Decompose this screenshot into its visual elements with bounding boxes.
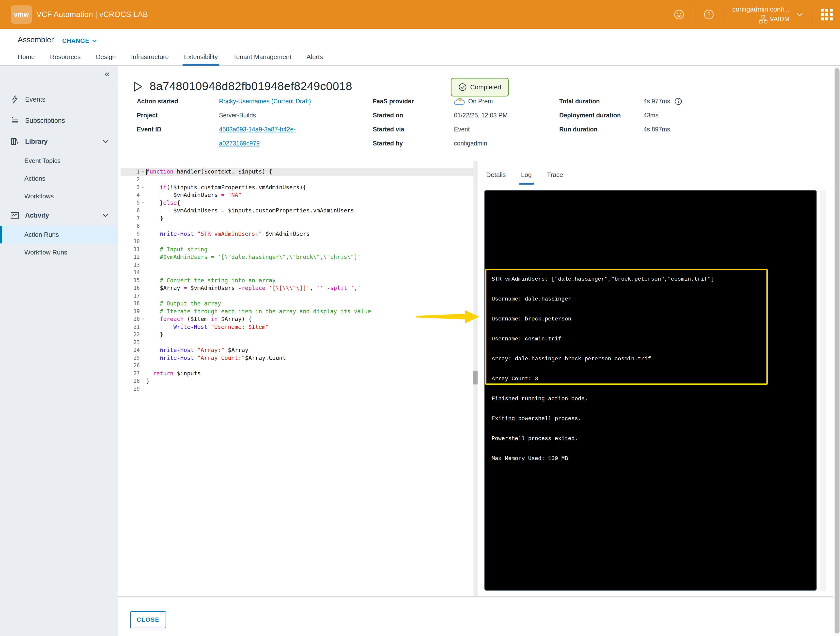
detail-row: a0273169c979 [137, 136, 311, 150]
detail-label: Project [137, 112, 219, 119]
code-line[interactable]: 16 $Array = $vmAdminUsers -replace '[\[\… [120, 284, 474, 292]
detail-value-link[interactable]: 4503a693-14a9-3a87-b42e- [219, 126, 295, 133]
line-number: 8 [120, 223, 140, 229]
code-line[interactable]: 12 #$vmAdminUsers = '[\"dale.hassinger\"… [120, 253, 474, 261]
sidebar-collapse-icon[interactable]: « [104, 69, 110, 79]
nav-tab-alerts[interactable]: Alerts [306, 53, 323, 65]
detail-row: Event ID4503a693-14a9-3a87-b42e- [137, 122, 311, 136]
code-line[interactable]: 8 [120, 222, 474, 230]
header-separator [812, 7, 812, 22]
sidebar-item-subscriptions[interactable]: Subscriptions [0, 110, 118, 131]
code-line[interactable]: 10 [120, 238, 474, 246]
code-text: } [146, 331, 163, 338]
code-line[interactable]: 27 return $inputs [120, 369, 474, 377]
change-app-button[interactable]: CHANGE [62, 37, 97, 44]
code-line[interactable]: 22 } [120, 331, 474, 339]
detail-value: configadmin [454, 140, 487, 147]
chevron-down-icon [92, 39, 97, 43]
splitter-drag-handle[interactable] [474, 371, 478, 384]
code-text: $Array = $vmAdminUsers -replace '[\[\\\"… [146, 285, 361, 291]
fold-arrow-icon[interactable]: ▾ [140, 317, 146, 321]
detail-value-link[interactable]: a0273169c979 [219, 140, 260, 147]
code-editor[interactable]: 1▾function handler($context, $inputs) {2… [120, 163, 474, 596]
nav-tab-design[interactable]: Design [96, 53, 116, 65]
code-line[interactable]: 23 [120, 339, 474, 346]
code-line[interactable]: 1▾function handler($context, $inputs) { [120, 168, 474, 176]
sidebar-item-action-runs[interactable]: Action Runs [0, 226, 118, 244]
detail-value: 4s 977ms [643, 98, 682, 105]
code-line[interactable]: 24 Write-Host "Array:" $Array [120, 346, 474, 354]
code-line[interactable]: 18 # Output the array [120, 300, 474, 308]
code-line[interactable]: 28} [120, 377, 474, 385]
sidebar-items: EventsSubscriptionsLibraryEvent TopicsAc… [0, 89, 118, 261]
code-line[interactable]: 6 $vmAdminUsers = $inputs.customProperti… [120, 207, 474, 215]
sidebar-item-activity[interactable]: Activity [0, 205, 118, 226]
tab-details[interactable]: Details [486, 171, 505, 185]
fold-arrow-icon[interactable]: ▾ [140, 170, 146, 174]
code-line[interactable]: 29 [120, 385, 474, 393]
nav-tab-resources[interactable]: Resources [50, 53, 81, 65]
feedback-smiley-icon[interactable] [673, 8, 685, 21]
code-line[interactable]: 13 [120, 261, 474, 269]
code-line[interactable]: 15 # Convert the string into an array [120, 277, 474, 284]
code-text: } [146, 378, 150, 384]
log-line: Array: dale.hassinger brock.peterson cos… [492, 355, 812, 375]
close-button[interactable]: CLOSE [130, 611, 166, 628]
fold-arrow-icon[interactable]: ▾ [140, 201, 146, 205]
sidebar-item-event-topics[interactable]: Event Topics [0, 152, 118, 169]
code-text: Write-Host "Array Count:"$Array.Count [146, 355, 286, 361]
detail-label: Action started [137, 98, 219, 105]
code-text: # Iterate through each item in the array… [146, 308, 371, 315]
vmware-logo: vmw [11, 5, 32, 24]
code-text: function handler($context, $inputs) { [146, 168, 272, 175]
detail-label: FaaS provider [373, 98, 454, 105]
code-line[interactable]: 3▾ if(!$inputs.customProperties.vmAdminU… [120, 184, 474, 191]
line-number: 25 [120, 355, 140, 361]
panel-scrollbar[interactable] [820, 190, 826, 591]
sidebar-item-workflows[interactable]: Workflows [0, 187, 118, 205]
code-line[interactable]: 25 Write-Host "Array Count:"$Array.Count [120, 354, 474, 362]
line-number: 27 [120, 370, 140, 377]
sidebar-item-events[interactable]: Events [0, 89, 118, 110]
onprem-cloud-gear-icon: ⚙ [454, 97, 465, 106]
info-icon[interactable] [674, 98, 682, 105]
line-number: 15 [120, 277, 140, 283]
page-scrollbar-thumb[interactable] [835, 68, 840, 634]
code-line[interactable]: 2 [120, 176, 474, 184]
code-line[interactable]: 17 [120, 292, 474, 300]
code-line[interactable]: 9 Write-Host "STR vmAdminUsers:" $vmAdmi… [120, 230, 474, 238]
code-line[interactable]: 14 [120, 269, 474, 277]
sidebar-item-actions[interactable]: Actions [0, 169, 118, 187]
user-menu[interactable]: configadmin confi... VAIDM [732, 6, 789, 24]
line-number: 12 [120, 254, 140, 260]
code-line[interactable]: 4 $vmAdminUsers = "NA" [120, 191, 474, 199]
detail-row: ProjectServer-Builds [137, 108, 311, 122]
fold-arrow-icon[interactable]: ▾ [140, 185, 146, 189]
svg-text:?: ? [707, 11, 711, 18]
code-line[interactable]: 5▾ }else{ [120, 199, 474, 207]
nav-tab-tenant-management[interactable]: Tenant Management [233, 53, 291, 65]
code-line[interactable]: 7 } [120, 214, 474, 222]
apps-grid-icon[interactable] [820, 8, 833, 21]
detail-value-link[interactable]: Rocky-Usernames (Current Draft) [219, 98, 311, 105]
sidebar-item-workflow-runs[interactable]: Workflow Runs [0, 244, 118, 261]
callout-arrow-icon [416, 310, 480, 324]
nav-tab-extensibility[interactable]: Extensibility [184, 53, 218, 65]
chevron-down-icon[interactable] [796, 12, 803, 17]
nav-tab-home[interactable]: Home [18, 53, 35, 65]
chevron-down-icon [103, 139, 109, 144]
panel-splitter[interactable] [474, 161, 478, 596]
line-number: 24 [120, 347, 140, 353]
sidebar-item-library[interactable]: Library [0, 131, 118, 152]
tab-log[interactable]: Log [521, 171, 532, 185]
log-output: STR vmAdminUsers: ["dale.hassinger","bro… [492, 275, 812, 475]
log-terminal[interactable]: STR vmAdminUsers: ["dale.hassinger","bro… [484, 190, 817, 591]
detail-label: Started on [373, 112, 454, 119]
tab-trace[interactable]: Trace [547, 171, 563, 185]
help-icon[interactable]: ? [703, 8, 715, 21]
code-line[interactable]: 26 [120, 362, 474, 370]
nav-tab-infrastructure[interactable]: Infrastructure [131, 53, 169, 65]
code-text: Write-Host "Array:" $Array [146, 347, 248, 353]
code-line[interactable]: 11 # Input string [120, 245, 474, 253]
check-circle-icon [458, 83, 467, 91]
